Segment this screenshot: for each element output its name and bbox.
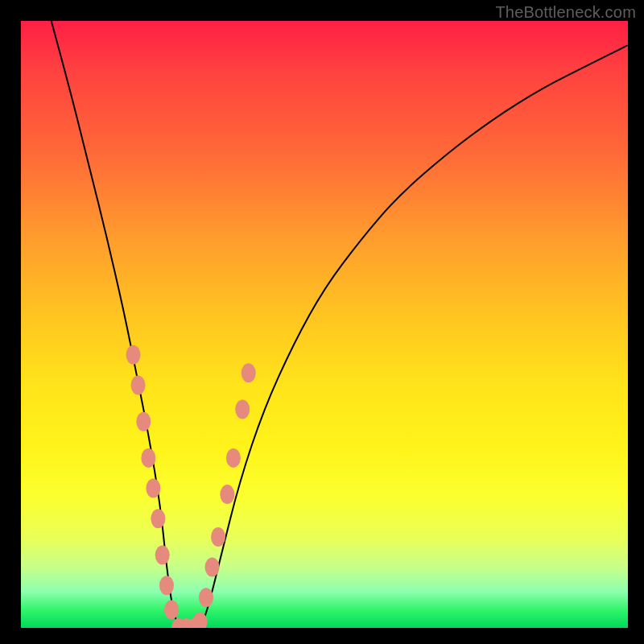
bottleneck-curve — [52, 21, 628, 628]
sample-marker — [126, 345, 140, 365]
sample-marker — [220, 485, 234, 504]
sample-marker — [136, 412, 151, 431]
sample-marker — [131, 375, 146, 394]
sample-marker — [211, 527, 225, 547]
sample-marker — [205, 558, 220, 577]
sample-marker — [155, 546, 170, 565]
bottleneck-curve-chart — [21, 21, 628, 628]
sample-marker — [235, 400, 250, 419]
sample-marker — [199, 588, 213, 607]
sample-marker — [146, 479, 160, 498]
sample-marker — [164, 600, 179, 619]
sample-marker — [226, 448, 241, 468]
sample-marker — [242, 363, 256, 382]
sample-marker — [159, 576, 174, 595]
sample-marker — [151, 509, 165, 528]
chart-plot-area — [21, 21, 628, 628]
sample-marker — [141, 448, 155, 468]
watermark-text: TheBottleneck.com — [495, 3, 636, 22]
